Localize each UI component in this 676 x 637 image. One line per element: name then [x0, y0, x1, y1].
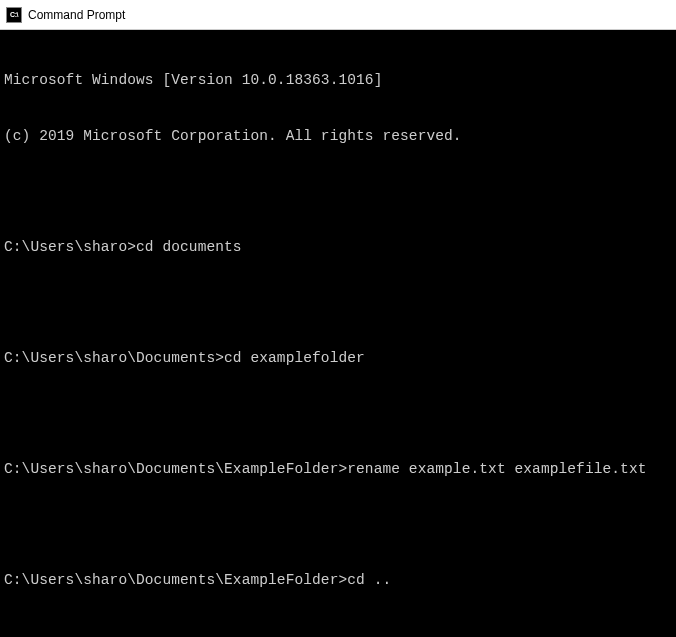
cmd-icon-label: C:\ — [10, 11, 18, 18]
terminal-line: C:\Users\sharo\Documents\ExampleFolder>r… — [4, 460, 672, 479]
terminal-line: C:\Users\sharo\Documents\ExampleFolder>c… — [4, 571, 672, 590]
terminal-line — [4, 404, 672, 423]
terminal-area[interactable]: Microsoft Windows [Version 10.0.18363.10… — [0, 30, 676, 637]
terminal-line — [4, 293, 672, 312]
terminal-line — [4, 515, 672, 534]
terminal-line: (c) 2019 Microsoft Corporation. All righ… — [4, 127, 672, 146]
terminal-line — [4, 182, 672, 201]
window-title: Command Prompt — [28, 8, 125, 22]
cmd-icon: C:\ — [6, 7, 22, 23]
terminal-line: C:\Users\sharo>cd documents — [4, 238, 672, 257]
terminal-line — [4, 626, 672, 637]
titlebar[interactable]: C:\ Command Prompt — [0, 0, 676, 30]
terminal-line: Microsoft Windows [Version 10.0.18363.10… — [4, 71, 672, 90]
terminal-line: C:\Users\sharo\Documents>cd examplefolde… — [4, 349, 672, 368]
